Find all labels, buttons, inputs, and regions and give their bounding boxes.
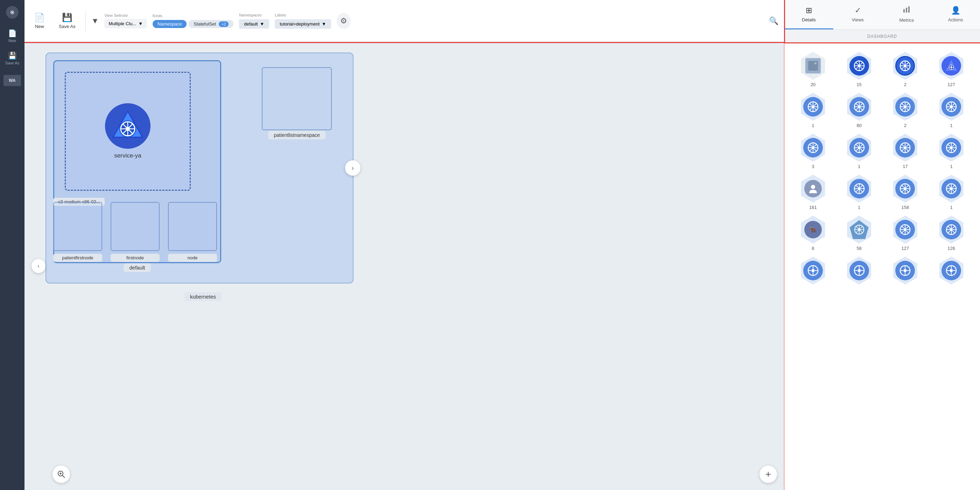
hex-item-bottom-2[interactable] [839, 256, 880, 285]
save-as-button[interactable]: 💾 Save As [55, 10, 80, 32]
svg-point-120 [950, 146, 953, 150]
hex-item-2b[interactable]: 2 [885, 93, 926, 128]
patientfirstnode-item[interactable] [53, 202, 102, 251]
collapse-left-button[interactable]: ‹ [32, 259, 46, 273]
hex-item-3[interactable]: 3 [793, 134, 834, 169]
patientfirstnode-box: patientfirstnode [53, 202, 102, 262]
zoom-button[interactable] [52, 466, 70, 483]
hex-item-80[interactable]: 80 [839, 93, 880, 128]
svg-line-27 [856, 62, 858, 64]
hex-shape-17 [891, 134, 919, 162]
hex-shape-126 [937, 216, 965, 243]
hex-item-127b[interactable]: 127 [885, 216, 926, 251]
hex-item-1f[interactable]: 1 [839, 175, 880, 210]
tutorial-label-chip[interactable]: tutorial=deployment ▼ [275, 19, 331, 29]
hex-item-58[interactable]: 58 [839, 216, 880, 251]
svg-line-146 [902, 185, 904, 187]
hex-shape-bottom-4 [937, 256, 965, 285]
hex-item-1d[interactable]: 1 [839, 134, 880, 169]
hex-shape-2 [891, 52, 919, 80]
svg-line-65 [856, 103, 858, 105]
hex-shape-8: 🐂 [799, 216, 827, 243]
hex-item-126[interactable]: 126 [931, 216, 972, 251]
svg-line-68 [856, 108, 858, 110]
hex-item-1c[interactable]: 1 [931, 93, 972, 128]
svg-line-179 [907, 231, 908, 233]
svg-line-85 [948, 103, 950, 105]
svg-line-86 [953, 108, 955, 110]
svg-line-106 [861, 149, 863, 151]
firstnode-label: firstnode [111, 254, 160, 262]
labels-chips: tutorial=deployment ▼ [275, 19, 331, 29]
svg-point-205 [904, 269, 907, 272]
svg-line-88 [948, 108, 950, 110]
default-namespace-chip[interactable]: default ▼ [239, 19, 269, 29]
tab-actions[interactable]: 👤 Actions [931, 0, 980, 29]
hex-item-bottom-1[interactable] [793, 256, 834, 285]
add-button[interactable]: + [759, 466, 777, 483]
triangle-icon-127 [942, 56, 961, 76]
hex-item-1a[interactable]: 1 [793, 93, 834, 128]
service-ya-label: service-ya [114, 152, 141, 159]
hex-item-161[interactable]: 161 [793, 175, 834, 210]
sidebar-item-wa[interactable]: WA [2, 70, 23, 91]
svg-line-56 [815, 108, 816, 110]
hex-item-bottom-3[interactable] [885, 256, 926, 285]
namespace-label: default [124, 263, 151, 272]
firstnode-item[interactable] [111, 202, 160, 251]
filter-icon[interactable]: ▼ [91, 16, 99, 25]
settings-button[interactable]: ⚙ [337, 13, 351, 29]
hex-item-15[interactable]: 15 [839, 52, 880, 87]
svg-point-163 [858, 228, 861, 231]
patient-namespace-box[interactable]: patientlistnamespace [262, 67, 332, 130]
hex-item-bottom-4[interactable] [931, 256, 972, 285]
svg-line-149 [902, 190, 904, 192]
namespace-chip[interactable]: Namespace [153, 20, 186, 28]
svg-point-50 [811, 105, 815, 108]
svg-line-115 [902, 144, 904, 146]
hex-item-158[interactable]: 158 [885, 175, 926, 210]
patient-namespace-label: patientlistnamespace [268, 131, 326, 139]
hex-item-1g[interactable]: 1 [931, 175, 972, 210]
hex-shape-80 [845, 93, 873, 121]
svg-line-29 [861, 62, 863, 64]
hex-item-17[interactable]: 17 [885, 134, 926, 169]
kinds-filter: Kinds Namespace StatefulSet +2 [153, 14, 234, 28]
svg-point-32 [904, 64, 907, 68]
svg-text:⎈: ⎈ [10, 8, 14, 16]
wheel-icon-bottom-4 [942, 261, 961, 280]
view-selector-dropdown[interactable]: Multiple Clu... ▼ [104, 19, 147, 29]
sidebar-item-new[interactable]: 📄 New [2, 25, 23, 46]
cluster-label: kubernetes [185, 292, 221, 301]
svg-line-28 [861, 67, 863, 69]
search-button[interactable]: 🔍 [769, 16, 778, 25]
node-item[interactable] [168, 202, 217, 251]
new-button[interactable]: 📄 New [30, 10, 49, 32]
hex-shape-58 [845, 216, 873, 243]
tab-metrics[interactable]: Metrics [882, 0, 931, 29]
wheel-icon-bottom-2 [850, 261, 869, 280]
tab-views[interactable]: ✓ Views [834, 0, 882, 29]
tab-details[interactable]: ⊞ Details [784, 0, 834, 29]
wheel-icon-bottom-3 [895, 261, 915, 280]
hex-item-8[interactable]: 🐂 8 [793, 216, 834, 251]
hex-item-2-wheel[interactable]: 2 [885, 52, 926, 87]
hex-shape-158 [891, 175, 919, 203]
svg-point-151 [950, 187, 953, 190]
sidebar-item-save-as[interactable]: 💾 Save As [2, 48, 23, 68]
node-box-container: node [168, 202, 217, 262]
wheel-icon-bottom-1 [803, 261, 823, 280]
hex-shape-3 [799, 134, 827, 162]
svg-line-128 [948, 149, 950, 151]
svg-line-170 [861, 226, 863, 228]
svg-line-136 [856, 185, 858, 187]
wheel-icon-15 [850, 56, 869, 76]
service-ya-box[interactable]: service-ya [65, 72, 191, 191]
hex-item-127-triangle[interactable]: 127 [931, 52, 972, 87]
hex-item-1e[interactable]: 1 [931, 134, 972, 169]
statefulset-chip[interactable]: StatefulSet +2 [189, 20, 234, 28]
hex-shape-bottom-3 [891, 256, 919, 285]
svg-line-107 [861, 144, 863, 146]
expand-right-button[interactable]: › [345, 160, 361, 176]
hex-item-20[interactable]: 20 [793, 52, 834, 87]
